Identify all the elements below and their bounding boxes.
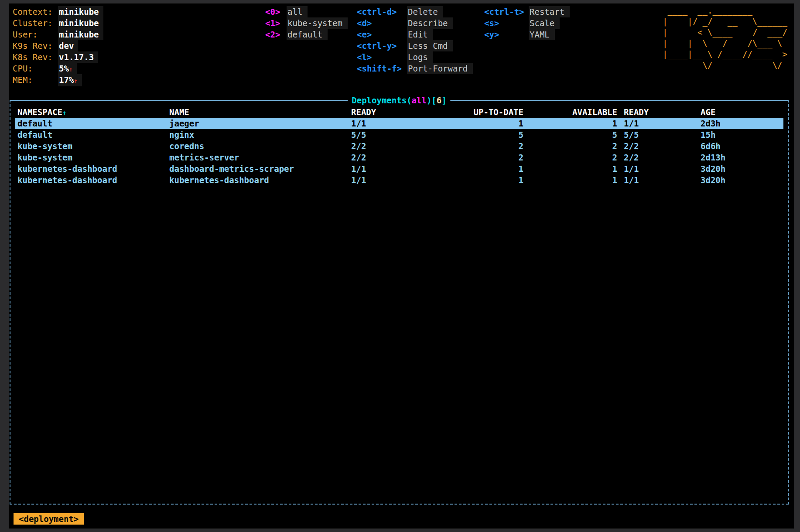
cell-age: 15h	[683, 129, 783, 140]
info-value: minikube	[58, 6, 103, 17]
menu-item-logs[interactable]: <l> Logs	[357, 51, 473, 63]
cell-up-to-date: 2	[427, 140, 523, 152]
hotkey: <d>	[357, 17, 407, 29]
cell-up-to-date: 2	[427, 152, 523, 163]
menu-item-less-cmd[interactable]: <ctrl-y> Less Cmd	[357, 40, 473, 51]
menu-item-port-forward[interactable]: <shift-f> Port-Forward	[357, 63, 473, 74]
hotkey-label: default	[287, 29, 328, 40]
actions-menu-2: <ctrl-t> Restart <s> Scale <y> YAML	[484, 6, 570, 40]
info-row-mem: MEM: 17%↑	[13, 74, 103, 85]
info-label: Context:	[13, 6, 58, 17]
cell-namespace: kube-system	[17, 140, 169, 152]
cell-ready2: 2/2	[617, 152, 683, 163]
info-label: K9s Rev:	[13, 40, 58, 51]
cell-name: kubernetes-dashboard	[169, 174, 351, 186]
table-row[interactable]: kube-system metrics-server 2/2 2 2 2/2 2…	[15, 152, 783, 163]
cell-age: 2d13h	[683, 152, 783, 163]
hotkey: <l>	[357, 51, 407, 63]
deployments-panel: Deployments(all)[6] NAMESPACE↑ NAME READ…	[10, 100, 789, 505]
cell-namespace: default	[17, 118, 169, 129]
cell-age: 2d3h	[683, 118, 783, 129]
info-label: K8s Rev:	[13, 51, 58, 63]
hotkey-label: YAML	[529, 29, 555, 40]
info-label: CPU:	[13, 63, 58, 75]
hotkey-label: Restart	[529, 6, 570, 17]
info-value: v1.17.3	[58, 51, 98, 63]
table-row[interactable]: kube-system coredns 2/2 2 2 2/2 6d6h	[15, 140, 783, 152]
info-value: 17%↑	[58, 74, 82, 86]
hotkey-label: Describe	[407, 17, 453, 29]
menu-item-edit[interactable]: <e> Edit	[357, 29, 473, 40]
cluster-info: Context: minikube Cluster: minikube User…	[13, 6, 103, 85]
table-row[interactable]: kubernetes-dashboard kubernetes-dashboar…	[15, 174, 783, 186]
menu-item-kube-system[interactable]: <1> kube-system	[265, 17, 348, 29]
hotkey: <ctrl-t>	[484, 6, 529, 17]
column-header-available[interactable]: AVAILABLE	[523, 106, 617, 119]
info-row-context: Context: minikube	[13, 6, 103, 17]
column-header-name[interactable]: NAME	[169, 106, 351, 119]
cell-ready: 2/2	[351, 152, 427, 163]
info-label: Cluster:	[13, 17, 58, 29]
column-header-namespace[interactable]: NAMESPACE↑	[17, 106, 169, 119]
menu-item-scale[interactable]: <s> Scale	[484, 17, 570, 29]
table-row-selected[interactable]: default jaeger 1/1 1 1 1/1 2d3h	[15, 118, 783, 129]
cell-name: metrics-server	[169, 152, 351, 163]
cell-available: 2	[523, 152, 617, 163]
cell-up-to-date: 5	[427, 129, 523, 140]
menu-item-yaml[interactable]: <y> YAML	[484, 29, 570, 40]
info-row-cpu: CPU: 5%↑	[13, 63, 103, 74]
info-row-user: User: minikube	[13, 29, 103, 40]
hotkey-label: Scale	[529, 17, 560, 29]
cell-ready2: 5/5	[617, 129, 683, 140]
hotkey-label: Logs	[407, 51, 433, 63]
sort-arrow-icon: ↑	[62, 109, 67, 117]
column-header-ready2[interactable]: READY	[617, 106, 683, 119]
menu-item-restart[interactable]: <ctrl-t> Restart	[484, 6, 570, 17]
cpu-up-arrow-icon: ↑	[69, 66, 72, 73]
hotkey: <1>	[265, 17, 287, 29]
info-value: minikube	[58, 29, 103, 40]
breadcrumb-deployment[interactable]: <deployment>	[14, 513, 84, 525]
cell-ready: 1/1	[351, 118, 427, 129]
hotkey: <s>	[484, 17, 529, 29]
column-header-age[interactable]: AGE	[683, 106, 783, 119]
cell-available: 1	[523, 163, 617, 174]
hotkey-label: Less Cmd	[407, 40, 453, 51]
menu-item-all[interactable]: <0> all	[265, 6, 348, 17]
cell-up-to-date: 1	[427, 118, 523, 129]
column-header-ready[interactable]: READY	[351, 106, 427, 119]
table-header-row: NAMESPACE↑ NAME READY UP-TO-DATE AVAILAB…	[15, 106, 783, 118]
cell-available: 5	[523, 129, 617, 140]
cell-ready: 1/1	[351, 163, 427, 174]
mem-up-arrow-icon: ↑	[74, 77, 77, 84]
cell-namespace: default	[17, 129, 169, 140]
hotkey: <e>	[357, 29, 407, 40]
cell-namespace: kubernetes-dashboard	[17, 174, 169, 186]
cell-age: 6d6h	[683, 140, 783, 152]
hotkey: <ctrl-d>	[357, 6, 407, 17]
info-value: 5%↑	[58, 63, 77, 75]
menu-item-describe[interactable]: <d> Describe	[357, 17, 473, 29]
info-value: minikube	[58, 17, 103, 29]
namespace-menu: <0> all <1> kube-system <2> default	[265, 6, 348, 40]
menu-item-default[interactable]: <2> default	[265, 29, 348, 40]
cell-ready: 5/5	[351, 129, 427, 140]
hotkey-label: Delete	[407, 6, 443, 17]
menu-item-delete[interactable]: <ctrl-d> Delete	[357, 6, 473, 17]
table-row[interactable]: default nginx 5/5 5 5 5/5 15h	[15, 129, 783, 140]
hotkey-label: Edit	[407, 29, 433, 40]
actions-menu-1: <ctrl-d> Delete <d> Describe <e> Edit <c…	[357, 6, 473, 74]
info-row-k9s-rev: K9s Rev: dev	[13, 40, 103, 51]
info-label: MEM:	[13, 74, 58, 86]
cell-name: nginx	[169, 129, 351, 140]
hotkey: <ctrl-y>	[357, 40, 407, 51]
deployments-table: NAMESPACE↑ NAME READY UP-TO-DATE AVAILAB…	[10, 101, 788, 186]
cell-up-to-date: 1	[427, 163, 523, 174]
table-row[interactable]: kubernetes-dashboard dashboard-metrics-s…	[15, 163, 783, 174]
cell-namespace: kube-system	[17, 152, 169, 163]
column-header-up-to-date[interactable]: UP-TO-DATE	[427, 106, 523, 119]
hotkey: <0>	[265, 6, 287, 17]
cell-up-to-date: 1	[427, 174, 523, 186]
cell-available: 1	[523, 174, 617, 186]
cell-ready2: 1/1	[617, 163, 683, 174]
